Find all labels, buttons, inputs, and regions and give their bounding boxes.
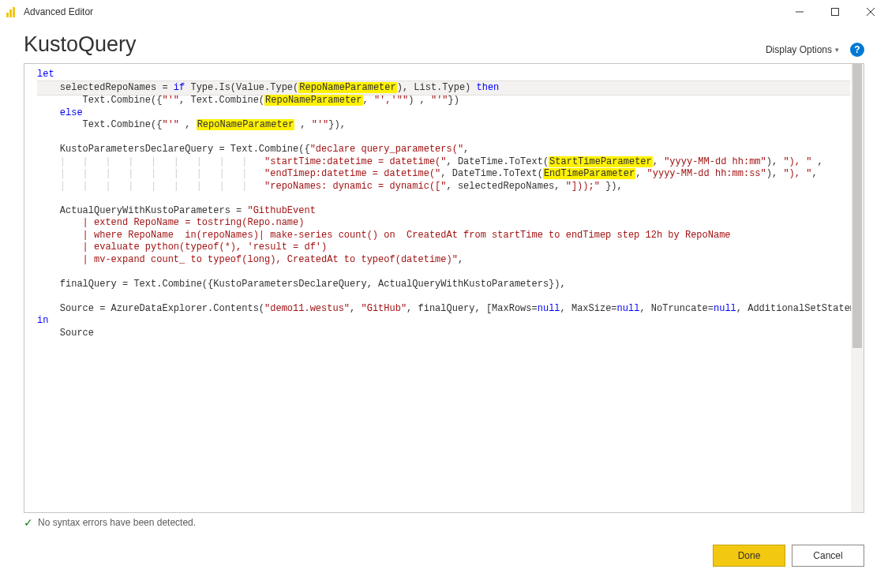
check-icon: ✓ — [24, 516, 33, 529]
window-controls — [781, 0, 888, 24]
footer: Done Cancel — [0, 532, 888, 567]
svg-rect-1 — [831, 9, 838, 16]
display-options-label: Display Options — [766, 44, 832, 55]
done-button[interactable]: Done — [713, 545, 785, 567]
close-button[interactable] — [852, 0, 888, 24]
window-titlebar: Advanced Editor — [0, 0, 888, 24]
scrollbar-thumb[interactable] — [852, 64, 862, 348]
help-icon[interactable]: ? — [850, 43, 864, 57]
header: KustoQuery Display Options ▾ ? — [0, 24, 888, 63]
code-editor[interactable]: let selectedRepoNames = if Type.Is(Value… — [24, 63, 864, 513]
page-title: KustoQuery — [24, 32, 137, 57]
status-bar: ✓ No syntax errors have been detected. — [0, 513, 888, 532]
minimize-button[interactable] — [781, 0, 817, 24]
chevron-down-icon: ▾ — [835, 46, 839, 54]
display-options-dropdown[interactable]: Display Options ▾ — [766, 44, 839, 55]
window-title: Advanced Editor — [24, 6, 781, 17]
app-icon — [6, 6, 17, 17]
code-content[interactable]: let selectedRepoNames = if Type.Is(Value… — [24, 64, 858, 344]
cancel-button[interactable]: Cancel — [792, 545, 864, 567]
header-actions: Display Options ▾ ? — [766, 43, 864, 57]
vertical-scrollbar[interactable] — [851, 64, 864, 512]
maximize-button[interactable] — [817, 0, 852, 24]
status-message: No syntax errors have been detected. — [38, 517, 196, 528]
